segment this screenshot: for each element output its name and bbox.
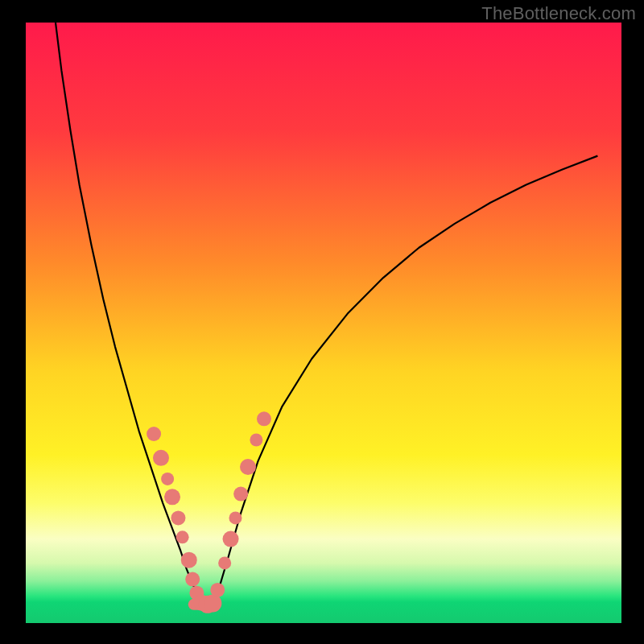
- marker-dot: [185, 572, 200, 587]
- marker-dot: [181, 552, 197, 568]
- marker-dot: [147, 427, 161, 441]
- watermark-text: TheBottleneck.com: [481, 3, 636, 24]
- marker-dot: [240, 459, 256, 475]
- marker-dot: [161, 473, 174, 485]
- marker-dot: [210, 583, 225, 597]
- marker-dot: [233, 487, 248, 502]
- marker-dot: [171, 510, 185, 525]
- gradient-background: [26, 23, 621, 623]
- marker-dot: [164, 489, 180, 505]
- marker-dot: [257, 411, 271, 426]
- plot-area: [26, 23, 621, 623]
- marker-dot: [176, 530, 189, 543]
- bottleneck-chart: [0, 0, 644, 644]
- marker-dot: [218, 556, 231, 569]
- marker-dot: [229, 511, 242, 524]
- marker-dot: [250, 433, 262, 446]
- marker-dot: [153, 450, 169, 466]
- marker-dot: [223, 531, 239, 547]
- chart-root: TheBottleneck.com: [0, 0, 644, 644]
